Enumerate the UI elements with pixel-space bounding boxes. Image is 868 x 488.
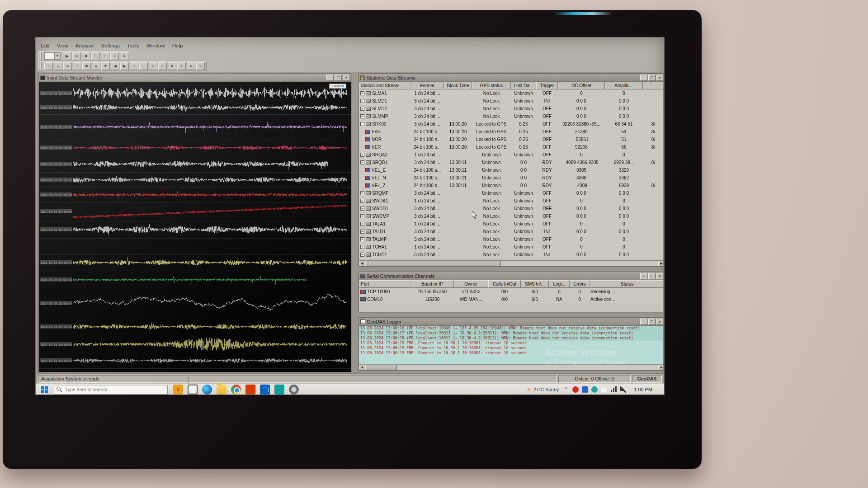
close-button[interactable]: ×	[656, 273, 664, 279]
maximize-button[interactable]: □	[648, 273, 656, 279]
scroll-left-arrow[interactable]: ◀	[359, 365, 365, 370]
stations-column-header[interactable]	[643, 82, 664, 89]
toolbar2-button-12[interactable]: =	[149, 62, 157, 70]
scale-combo[interactable]	[44, 52, 61, 60]
stations-column-header[interactable]: Block Time	[444, 82, 472, 89]
station-row[interactable]: +TALMP3 ch 24 bit ...No LockUnknownOFF00	[359, 235, 664, 243]
hidden-icons-chevron[interactable]: ^	[563, 386, 569, 393]
scroll-thumb[interactable]	[365, 261, 501, 266]
menu-window[interactable]: Window	[143, 42, 168, 49]
toolbar2-button-13[interactable]: ○	[158, 62, 167, 70]
serial-column-header[interactable]: Owner	[454, 280, 488, 288]
toolbar2-button-3[interactable]: ≡	[63, 62, 72, 70]
stations-hscrollbar[interactable]: ◀ ▶	[359, 260, 664, 266]
expand-toggle[interactable]: +	[360, 199, 364, 203]
station-row[interactable]: −SRK003 ch 24 bit ...13:00:20Locked to G…	[359, 120, 664, 128]
volume-icon[interactable]	[620, 386, 626, 393]
expand-toggle[interactable]: +	[360, 206, 364, 211]
serial-row[interactable]: COM10115200WD MAN...0/00/0NA0Active con.…	[359, 296, 664, 303]
taskview-icon[interactable]	[188, 385, 198, 394]
station-row[interactable]: VEL_E24 bit 100 s...13:00:11Unknown0 0RD…	[359, 166, 664, 174]
stations-column-header[interactable]: Lost Da...	[511, 82, 536, 89]
toolbar2-button-5[interactable]: ■	[82, 62, 91, 70]
toolbar1-button-5[interactable]: +	[101, 52, 109, 60]
serial-column-header[interactable]: Calls In/Out	[488, 280, 521, 288]
expand-toggle[interactable]: +	[360, 245, 364, 249]
station-row[interactable]: +SRQMP3 ch 24 bit ...UnknownUnknownOFF0 …	[359, 189, 664, 197]
toolbar1-button-1[interactable]: ▶	[63, 52, 71, 60]
stations-column-header[interactable]: GPS status	[472, 82, 511, 89]
stations-column-header[interactable]: Amplitu...	[605, 82, 643, 89]
menu-view[interactable]: View	[54, 42, 71, 49]
toolbar2-button-6[interactable]: ▲	[92, 62, 100, 70]
serial-title-bar[interactable]: Serial Communication Channels – □ ×	[359, 272, 664, 280]
minimize-button[interactable]: –	[640, 273, 647, 279]
station-row[interactable]: +SWDA11 ch 24 bit ...No LockUnknownOFF00	[359, 197, 664, 205]
stations-column-header[interactable]: Station and Stream	[359, 82, 410, 89]
toolbar1-button-2[interactable]: ≡	[72, 52, 81, 60]
expand-toggle[interactable]: +	[360, 91, 364, 95]
expand-toggle[interactable]: −	[360, 160, 364, 164]
toolbar2-button-7[interactable]: ▼	[101, 62, 110, 70]
stations-column-header[interactable]: Format	[410, 82, 444, 89]
toolbar-grip[interactable]	[40, 63, 42, 69]
toolbar2-button-17[interactable]: ~	[196, 62, 205, 70]
toolbar2-button-14[interactable]: ●	[168, 62, 176, 70]
settings-icon[interactable]	[289, 385, 299, 394]
toolbar2-button-16[interactable]: ≡	[187, 62, 195, 70]
station-row[interactable]: +SWDD13 ch 24 bit ...No LockUnknownOFF0 …	[359, 205, 664, 212]
station-row[interactable]: +TCHD13 ch 24 bit ...No LockUnknownINI0 …	[359, 251, 664, 258]
menu-help[interactable]: Help	[169, 42, 186, 49]
station-row[interactable]: +SRQA11 ch 24 bit ...UnknownUnknownOFF00	[359, 151, 664, 159]
stations-column-header[interactable]: Trigger	[536, 82, 558, 89]
notification-icon[interactable]	[572, 386, 579, 393]
toolbar1-button-7[interactable]: ●	[120, 52, 128, 60]
minimize-button[interactable]: –	[640, 319, 647, 325]
menu-tools[interactable]: Tools	[124, 42, 142, 49]
expand-toggle[interactable]: +	[360, 107, 364, 111]
station-row[interactable]: VER24 bit 100 s...13:00:20Locked to GPS0…	[359, 143, 664, 151]
toolbar2-button-10[interactable]: +	[130, 62, 138, 70]
toolbar2-button-15[interactable]: ×	[177, 62, 186, 70]
weather-widget[interactable]: ☀ 27°C Sunny	[526, 386, 559, 393]
station-row[interactable]: +SLMD23 ch 24 bit ...No LockUnknownOFF0 …	[359, 105, 664, 113]
close-button[interactable]: ×	[343, 75, 350, 81]
expand-toggle[interactable]: +	[360, 230, 364, 234]
toolbar1-button-4[interactable]: ~	[91, 52, 100, 60]
geodas-icon[interactable]: ≈	[173, 385, 183, 394]
station-row[interactable]: +SLMA11 ch 24 bit ...No LockUnknownOFF00	[359, 89, 664, 97]
scroll-right-arrow[interactable]: ▶	[658, 261, 664, 266]
store-icon[interactable]	[274, 385, 284, 394]
station-row[interactable]: NOR24 bit 100 s...13:00:20Locked to GPS0…	[359, 136, 664, 143]
station-row[interactable]: +TALD13 ch 24 bit ...No LockUnknownINI0 …	[359, 228, 664, 235]
edge-icon[interactable]	[202, 385, 212, 394]
menu-edit[interactable]: Edit	[38, 42, 53, 49]
toolbar-grip[interactable]	[40, 53, 42, 59]
tray-icon-teal[interactable]	[591, 386, 598, 393]
expand-toggle[interactable]: −	[360, 122, 364, 126]
maximize-button[interactable]: □	[648, 75, 656, 81]
search-input[interactable]	[54, 385, 168, 394]
serial-column-header[interactable]: Logi...	[549, 280, 570, 288]
serial-row[interactable]: TCP 1005078.155.85.250<TLA00>0/00/000Rec…	[359, 288, 664, 296]
toolbar1-button-3[interactable]: ■	[82, 52, 90, 60]
expand-toggle[interactable]: +	[360, 214, 364, 218]
office-icon[interactable]	[245, 385, 255, 394]
onedrive-icon[interactable]	[601, 386, 607, 393]
toolbar2-button-11[interactable]: −	[139, 62, 148, 70]
station-row[interactable]: −SRQD13 ch 24 bit ...13:00:11Unknown0 0R…	[359, 159, 664, 166]
station-row[interactable]: +SLMMP3 ch 24 bit ...No LockUnknownOFF0 …	[359, 113, 664, 120]
serial-column-header[interactable]: Port	[359, 280, 410, 288]
taskbar-clock[interactable]: 1:00 PM	[630, 387, 656, 392]
stations-column-header[interactable]: DC Offset	[558, 82, 605, 89]
close-button[interactable]: ×	[656, 319, 664, 325]
menu-analyse[interactable]: Analyse	[72, 42, 97, 49]
toolbar2-button-9[interactable]: ▶	[120, 62, 129, 70]
scroll-left-arrow[interactable]: ◀	[359, 261, 365, 266]
serial-column-header[interactable]: Baud or IP	[410, 280, 454, 288]
logger-title-bar[interactable]: GeoDAS Logger – □ ×	[359, 318, 664, 326]
toolbar2-button-1[interactable]: ~	[44, 62, 53, 70]
monitor-title-bar[interactable]: Input Data Stream Monitor – □ ×	[39, 74, 351, 82]
expand-toggle[interactable]: +	[360, 222, 364, 226]
maximize-button[interactable]: □	[335, 75, 342, 81]
